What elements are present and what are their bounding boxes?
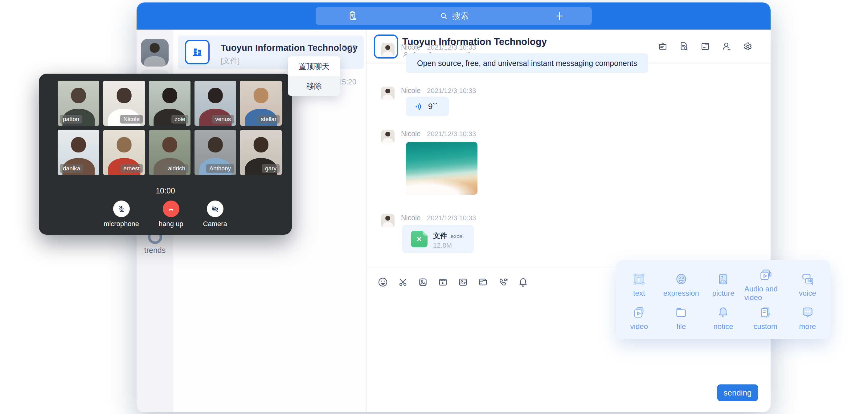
hang-up-icon <box>166 204 176 214</box>
trends-label: trends <box>136 246 173 255</box>
avatar-head-shape <box>385 45 390 50</box>
feature-text[interactable]: text <box>618 267 660 302</box>
participant-head-shape <box>71 137 86 153</box>
file-name: 文件 <box>433 232 447 240</box>
file-name-row: 文件.excel <box>433 231 464 241</box>
add-button[interactable] <box>546 7 573 25</box>
participant-head-shape <box>117 88 132 103</box>
message-feature-panel: text expression picture <box>616 260 830 339</box>
chat-time: 15:20 <box>338 77 356 86</box>
feature-label: file <box>677 322 686 331</box>
feature-expression[interactable]: expression <box>660 267 703 302</box>
participant-name: aldrich <box>165 164 188 173</box>
participant-head-shape <box>253 137 269 153</box>
contact-card-icon[interactable] <box>457 276 469 288</box>
feature-label: video <box>630 322 648 331</box>
file-ext: .excel <box>449 233 464 240</box>
file-size: 12.8M <box>433 242 452 250</box>
group-notice-icon[interactable] <box>657 41 668 52</box>
participant-grid: patton Nicole zoie venus <box>58 81 282 175</box>
message-time: 2021/12/3 10:33 <box>427 87 476 95</box>
send-image-icon[interactable] <box>417 276 429 288</box>
feature-audio-video[interactable]: Audio and video <box>744 267 786 302</box>
participant-tile[interactable]: stellar <box>240 81 282 126</box>
excel-x-glyph <box>415 235 423 243</box>
add-member-icon[interactable] <box>721 41 732 52</box>
feature-voice[interactable]: voice <box>786 267 829 302</box>
send-button[interactable]: sending <box>717 384 758 401</box>
sender-name: Nicole <box>401 130 421 138</box>
participant-name: danika <box>60 164 83 173</box>
search-pill: 搜索 <box>316 7 592 25</box>
voice-duration: 9`` <box>428 102 438 111</box>
message-bubble[interactable]: Open source, free, and universal instant… <box>406 53 648 73</box>
participant-tile[interactable]: aldrich <box>149 130 190 175</box>
participant-tile[interactable]: danika <box>58 130 99 175</box>
participant-tile[interactable]: patton <box>58 81 99 126</box>
screenshot-scissors-icon[interactable] <box>397 276 409 288</box>
microphone-toggle[interactable]: microphone <box>103 200 139 228</box>
text-message-icon <box>631 272 646 286</box>
message-time: 2021/12/3 10:33 <box>427 130 476 138</box>
sender-avatar[interactable] <box>381 43 395 57</box>
message-text: Nicole 2021/12/3 10:33 Open source, free… <box>381 43 648 73</box>
send-file-folder-icon[interactable] <box>477 276 489 288</box>
feature-label: picture <box>712 289 734 297</box>
participant-head-shape <box>208 88 223 103</box>
image-message-thumbnail[interactable] <box>406 142 477 195</box>
company-building-icon <box>190 45 204 59</box>
custom-message-icon <box>758 305 773 320</box>
participant-tile[interactable]: ernest <box>103 130 145 175</box>
participant-name: ernest <box>120 164 143 173</box>
participant-tile[interactable]: venus <box>194 81 236 126</box>
participant-head-shape <box>117 137 132 153</box>
feature-picture[interactable]: picture <box>702 267 744 302</box>
sender-avatar[interactable] <box>381 87 395 100</box>
participant-head-shape <box>253 88 269 103</box>
menu-item-remove[interactable]: 移除 <box>288 76 340 96</box>
avatar-body-shape <box>144 56 165 67</box>
user-avatar-photo <box>141 39 168 67</box>
feature-file[interactable]: file <box>660 302 703 333</box>
sender-avatar[interactable] <box>381 214 395 227</box>
avatar-head-shape <box>150 43 160 53</box>
participant-tile[interactable]: zoie <box>149 81 190 126</box>
feature-custom[interactable]: custom <box>744 302 786 333</box>
feature-notice[interactable]: notice <box>702 302 744 333</box>
search-icon <box>439 11 449 21</box>
voice-message-bubble[interactable]: 9`` <box>406 97 449 116</box>
participant-name: venus <box>212 115 234 124</box>
camera-toggle[interactable]: Camera <box>203 200 227 228</box>
camera-label: Camera <box>203 220 227 228</box>
participant-head-shape <box>71 88 86 103</box>
participant-name: gary <box>262 164 280 173</box>
feature-more[interactable]: more <box>786 302 829 333</box>
send-video-icon[interactable] <box>437 276 449 288</box>
feature-video[interactable]: video <box>618 302 660 333</box>
emoji-icon[interactable] <box>377 276 389 288</box>
file-message-card[interactable]: 文件.excel 12.8M <box>402 225 474 253</box>
chat-history-search-icon[interactable] <box>678 41 689 52</box>
participant-name: Anthony <box>206 164 234 173</box>
message-time: 2021/12/3 10:33 <box>427 214 476 222</box>
participant-tile[interactable]: Anthony <box>194 130 236 175</box>
feature-label: custom <box>753 322 777 331</box>
camera-muted-icon <box>211 204 220 214</box>
settings-gear-icon[interactable] <box>742 41 753 52</box>
user-avatar[interactable] <box>141 39 168 67</box>
participant-tile[interactable]: gary <box>240 130 282 175</box>
files-icon[interactable] <box>700 41 711 52</box>
hang-up-button[interactable]: hang up <box>159 200 183 228</box>
participant-name: Nicole <box>120 115 143 124</box>
participant-tile[interactable]: Nicole <box>103 81 145 126</box>
video-call-icon[interactable] <box>497 276 509 288</box>
sender-avatar[interactable] <box>381 130 395 143</box>
avatar-body-shape <box>382 95 393 100</box>
menu-item-pin-chat[interactable]: 置顶聊天 <box>288 56 340 76</box>
sender-name: Nicole <box>401 214 421 222</box>
audio-video-icon <box>758 267 773 282</box>
feature-label: Audio and video <box>744 285 786 302</box>
page-background: 搜索 <box>0 0 868 414</box>
microphone-muted-icon <box>117 204 126 214</box>
notification-bell-icon[interactable] <box>517 276 529 288</box>
